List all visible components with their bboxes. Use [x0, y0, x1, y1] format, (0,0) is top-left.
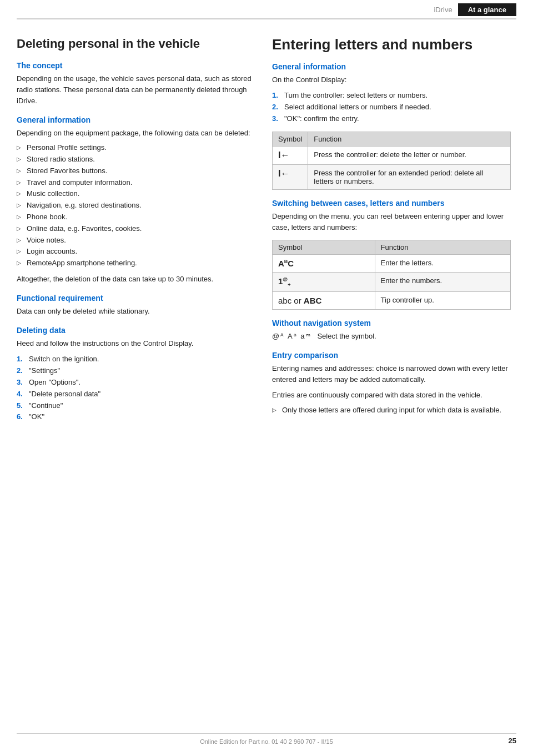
bullet-list: Personal Profile settings.Stored radio s… — [17, 142, 255, 269]
header-tab-label: At a glance — [458, 3, 516, 16]
page-number: 25 — [509, 737, 516, 745]
right-step-item: 3. "OK": confirm the entry. — [272, 113, 511, 125]
deleting-data-text: Heed and follow the instructions on the … — [17, 338, 255, 349]
step-number: 6. — [17, 411, 23, 423]
step-number: 2. — [17, 365, 23, 377]
bullet-item: Stored radio stations. — [17, 154, 255, 165]
footer-text: Online Edition for Part no. 01 40 2 960 … — [200, 738, 333, 745]
step-number: 5. — [17, 400, 23, 412]
step-item: 3. Open "Options". — [17, 377, 255, 389]
bullet-item: Login accounts. — [17, 246, 255, 258]
footer: Online Edition for Part no. 01 40 2 960 … — [17, 733, 516, 745]
right-step-item: 1. Turn the controller: select letters o… — [272, 90, 511, 102]
symbol-table-1: Symbol Function I←Press the controller: … — [272, 132, 511, 190]
right-steps-list: 1. Turn the controller: select letters o… — [272, 90, 511, 124]
symbol-cell: I← — [273, 146, 308, 164]
symbol-cell: abc or ABC — [273, 292, 375, 310]
bullet-item: Voice notes. — [17, 235, 255, 246]
main-content: Deleting personal in the vehicle The con… — [0, 19, 533, 427]
symbol-cell: I← — [273, 164, 308, 189]
altogether-text: Altogether, the deletion of the data can… — [17, 274, 255, 285]
entry-comparison-bullets: Only those letters are offered during in… — [272, 405, 511, 416]
right-step-number: 3. — [272, 113, 278, 125]
functional-req-heading: Functional requirement — [17, 294, 255, 303]
bullet-item: Phone book. — [17, 211, 255, 223]
right-step-item: 2. Select additional letters or numbers … — [272, 102, 511, 113]
symbol-table-2-header-function: Function — [375, 240, 510, 255]
functional-req-text: Data can only be deleted while stationar… — [17, 306, 255, 317]
right-step-number: 2. — [272, 102, 278, 113]
step-number: 1. — [17, 354, 23, 365]
step-item: 1. Switch on the ignition. — [17, 354, 255, 365]
step-number: 4. — [17, 389, 23, 400]
symbol-cell: ABC — [273, 255, 375, 273]
bullet-item: Stored Favorites buttons. — [17, 165, 255, 177]
symbol-table-1-header-symbol: Symbol — [273, 132, 308, 146]
without-nav-text: Select the symbol. — [317, 332, 376, 340]
step-item: 2. "Settings" — [17, 365, 255, 377]
function-cell: Enter the letters. — [375, 255, 510, 273]
function-cell: Tip controller up. — [375, 292, 510, 310]
bullet-item: Music collection. — [17, 188, 255, 200]
bullet-item: Travel and computer information. — [17, 177, 255, 189]
entry-comparison-text1: Entering names and addresses: choice is … — [272, 363, 511, 385]
general-info-heading-left: General information — [17, 115, 255, 124]
step-item: 5. "Continue" — [17, 400, 255, 412]
function-cell: Press the controller: delete the letter … — [308, 146, 511, 164]
right-page-title: Entering letters and numbers — [272, 36, 511, 53]
table-row: ABCEnter the letters. — [273, 255, 511, 273]
entry-comparison-heading: Entry comparison — [272, 351, 511, 360]
left-column: Deleting personal in the vehicle The con… — [17, 36, 255, 427]
bullet-item: Personal Profile settings. — [17, 142, 255, 154]
entry-comparison-section: Entry comparison Entering names and addr… — [272, 351, 511, 416]
step-item: 6. "OK" — [17, 411, 255, 423]
without-nav-section: Without navigation system @ᴬ Aᵃ aᵐ Selec… — [272, 319, 511, 342]
deleting-data-heading: Deleting data — [17, 326, 255, 335]
bullet-item: RemoteApp smartphone tethering. — [17, 258, 255, 269]
switching-text: Depending on the menu, you can reel betw… — [272, 211, 511, 233]
bullet-item: Online data, e.g. Favorites, cookies. — [17, 223, 255, 235]
without-nav-line: @ᴬ Aᵃ aᵐ Select the symbol. — [272, 331, 511, 342]
table-row: I←Press the controller for an extended p… — [273, 164, 511, 189]
left-page-title: Deleting personal in the vehicle — [17, 36, 255, 52]
on-control-display: On the Control Display: — [272, 74, 511, 85]
function-cell: Press the controller for an extended per… — [308, 164, 511, 189]
table-row: abc or ABCTip controller up. — [273, 292, 511, 310]
without-nav-symbols: @ᴬ Aᵃ aᵐ — [272, 332, 311, 340]
step-item: 4. "Delete personal data" — [17, 389, 255, 400]
symbol-table-2-header-symbol: Symbol — [273, 240, 375, 255]
concept-heading: The concept — [17, 61, 255, 70]
right-step-number: 1. — [272, 90, 278, 102]
symbol-table-2: Symbol Function ABCEnter the letters.1@+… — [272, 240, 511, 310]
header-idrive-label: iDrive — [434, 6, 457, 14]
page-header: iDrive At a glance — [17, 0, 516, 19]
symbol-cell: 1@+ — [273, 273, 375, 292]
entry-comparison-bullet-item: Only those letters are offered during in… — [272, 405, 511, 416]
without-nav-heading: Without navigation system — [272, 319, 511, 327]
entry-comparison-text2: Entries are continuously compared with d… — [272, 390, 511, 401]
bullet-item: Navigation, e.g. stored destinations. — [17, 200, 255, 211]
symbol-table-1-header-function: Function — [308, 132, 511, 146]
right-column: Entering letters and numbers General inf… — [272, 36, 511, 427]
function-cell: Enter the numbers. — [375, 273, 510, 292]
table-row: 1@+Enter the numbers. — [273, 273, 511, 292]
general-info-text: Depending on the equipment package, the … — [17, 128, 255, 139]
concept-text: Depending on the usage, the vehicle save… — [17, 73, 255, 107]
table-row: I←Press the controller: delete the lette… — [273, 146, 511, 164]
general-info-heading-right: General information — [272, 62, 511, 71]
switching-heading: Switching between cases, letters and num… — [272, 199, 511, 208]
steps-list: 1. Switch on the ignition.2. "Settings"3… — [17, 354, 255, 423]
step-number: 3. — [17, 377, 23, 389]
